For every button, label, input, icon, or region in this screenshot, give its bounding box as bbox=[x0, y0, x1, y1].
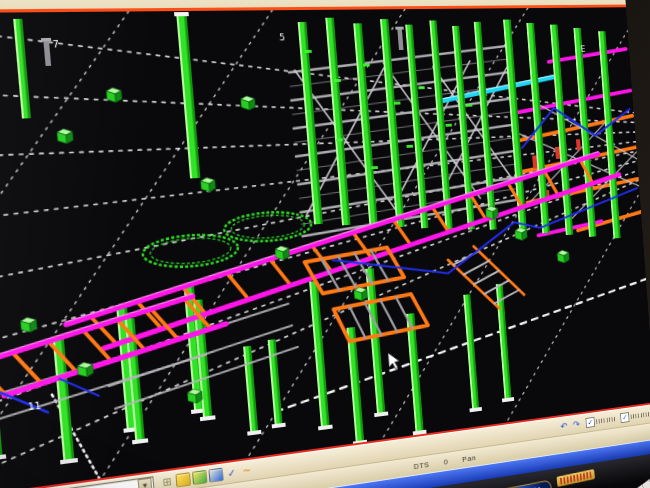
grid-label: 7 bbox=[52, 38, 59, 49]
status-snap-label: DTS bbox=[413, 460, 429, 471]
snap-reference-icon[interactable] bbox=[175, 472, 191, 487]
3d-model-scene: 375E11 bbox=[0, 7, 650, 488]
undo-icon[interactable]: ↶ bbox=[558, 420, 570, 432]
splendid-sticker: Splendid bbox=[500, 480, 552, 488]
monitor-photo: ▱▭//⊠▭○△✕⌐Σz✓↗⌐—~/↙‖▮ 375E11 standard ▼ … bbox=[0, 0, 650, 488]
grid-label: E bbox=[580, 44, 585, 54]
grid-label: 11 bbox=[28, 400, 42, 413]
gold-sticker bbox=[556, 469, 595, 487]
snap-depth-checkbox[interactable]: ✓ bbox=[620, 409, 650, 423]
snap-plane-checkbox[interactable]: ✓ bbox=[585, 414, 616, 428]
redo-icon[interactable]: ↷ bbox=[571, 418, 582, 430]
snap-endpoint-icon[interactable] bbox=[192, 470, 208, 485]
model-viewport[interactable]: 375E11 bbox=[0, 5, 650, 488]
checkbox-icon[interactable]: ✓ bbox=[620, 412, 629, 423]
snap-intersection-icon[interactable]: ✓ bbox=[225, 465, 239, 479]
status-mode: Pan bbox=[462, 453, 476, 463]
snap-midpoint-icon[interactable] bbox=[208, 468, 223, 483]
grid-label: 5 bbox=[279, 32, 286, 43]
mouse-cursor bbox=[388, 352, 400, 370]
status-value: 0 bbox=[443, 457, 448, 466]
snap-grid-icon[interactable]: ⊞ bbox=[160, 474, 175, 488]
snap-free-icon[interactable]: ~ bbox=[240, 463, 254, 477]
checkbox-label bbox=[631, 412, 650, 419]
chevron-down-icon[interactable]: ▼ bbox=[138, 478, 153, 488]
checkbox-label bbox=[596, 417, 616, 424]
checkbox-icon[interactable]: ✓ bbox=[585, 417, 595, 428]
monitor-screen: ▱▭//⊠▭○△✕⌐Σz✓↗⌐—~/↙‖▮ 375E11 standard ▼ … bbox=[0, 0, 650, 488]
